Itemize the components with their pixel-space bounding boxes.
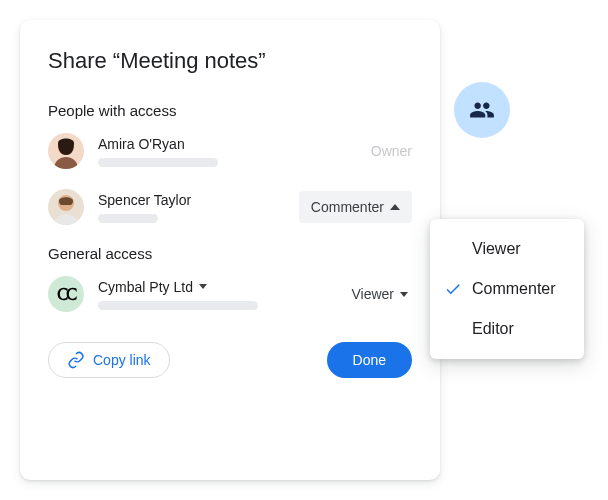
copy-link-button[interactable]: Copy link: [48, 342, 170, 378]
general-role-label: Viewer: [351, 286, 394, 302]
general-access-row: ⅭⅭ Cymbal Pty Ltd Viewer: [48, 276, 412, 312]
org-description-placeholder: [98, 301, 258, 310]
org-avatar: ⅭⅭ: [48, 276, 84, 312]
done-button[interactable]: Done: [327, 342, 412, 378]
caret-down-icon: [400, 292, 408, 297]
role-dropdown-label: Commenter: [311, 199, 384, 215]
person-email-placeholder: [98, 158, 218, 167]
dialog-title: Share “Meeting notes”: [48, 48, 412, 74]
org-name: Cymbal Pty Ltd: [98, 279, 193, 295]
menu-item-label: Editor: [472, 320, 514, 338]
link-icon: [67, 351, 85, 369]
person-name: Amira O'Ryan: [98, 136, 371, 152]
avatar: [48, 133, 84, 169]
org-logo-icon: ⅭⅭ: [57, 285, 75, 304]
person-name: Spencer Taylor: [98, 192, 299, 208]
caret-up-icon: [390, 204, 400, 210]
share-dialog: Share “Meeting notes” People with access…: [20, 20, 440, 480]
menu-item-commenter[interactable]: Commenter: [430, 269, 584, 309]
person-info: Amira O'Ryan: [98, 136, 371, 167]
person-row: Amira O'Ryan Owner: [48, 133, 412, 169]
role-menu: Viewer Commenter Editor: [430, 219, 584, 359]
person-info: Spencer Taylor: [98, 192, 299, 223]
menu-item-viewer[interactable]: Viewer: [430, 229, 584, 269]
caret-down-icon: [199, 284, 207, 289]
menu-item-editor[interactable]: Editor: [430, 309, 584, 349]
avatar: [48, 189, 84, 225]
menu-item-label: Viewer: [472, 240, 521, 258]
general-access-label: General access: [48, 245, 412, 262]
org-info: Cymbal Pty Ltd: [98, 279, 351, 310]
people-badge: [454, 82, 510, 138]
button-row: Copy link Done: [48, 342, 412, 378]
role-owner-label: Owner: [371, 143, 412, 159]
check-icon: [444, 280, 462, 298]
person-row: Spencer Taylor Commenter: [48, 189, 412, 225]
people-with-access-label: People with access: [48, 102, 412, 119]
org-scope-selector[interactable]: Cymbal Pty Ltd: [98, 279, 351, 295]
menu-item-label: Commenter: [472, 280, 556, 298]
role-dropdown[interactable]: Commenter: [299, 191, 412, 223]
person-email-placeholder: [98, 214, 158, 223]
people-icon: [469, 97, 495, 123]
general-role-dropdown[interactable]: Viewer: [351, 286, 412, 302]
copy-link-label: Copy link: [93, 352, 151, 368]
